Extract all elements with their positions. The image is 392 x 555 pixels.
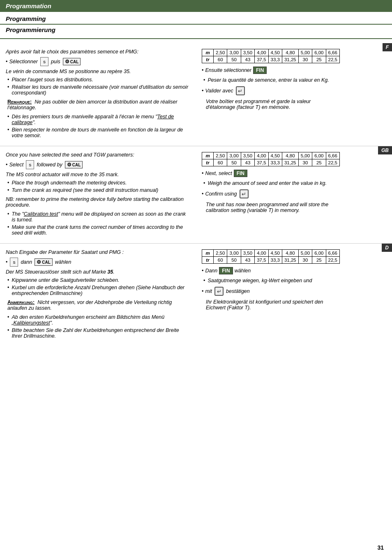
german-bullet-4: • Bitte beachten Sie die Zahl der Kurbel… — [6, 327, 190, 339]
cell-m6: 4,80 — [282, 49, 298, 56]
subtitle-programming-section: Programming — [0, 12, 392, 25]
enter-icon-de — [214, 287, 224, 296]
french-weigh: • Peser la quantité de semence, entrer l… — [202, 77, 386, 83]
french-badge: F — [383, 43, 392, 51]
cell-tr3: 43 — [241, 56, 254, 63]
french-right: m 2,50 3,00 3,50 4,00 4,50 4,80 5,00 6,0… — [196, 49, 392, 140]
cell-m3: 3,50 — [241, 49, 254, 56]
french-bullet-1: • Placer l'auget sous les distributions. — [6, 77, 190, 83]
header-bar: Programmation — [0, 0, 392, 12]
cell-tr9: 22,5 — [326, 56, 339, 63]
subtitle-programming: Programming — [6, 15, 46, 22]
bullet-dot: • — [6, 59, 7, 64]
selector-icon-fr: S — [40, 57, 48, 66]
fin-button-de[interactable]: FIN — [219, 267, 233, 274]
cell-m8: 6,00 — [312, 49, 326, 56]
gear-icon-en: ⚙ — [67, 162, 71, 168]
cell-m9: 6,66 — [326, 49, 339, 56]
label-tr-fr: tr — [202, 56, 214, 63]
french-votre-boitier: Votre boîtier est programmé et garde la … — [202, 99, 386, 110]
selector-icon-en: S — [26, 160, 34, 169]
german-bestaetigen: bestätigen — [226, 288, 250, 294]
main-title: Programmation — [6, 2, 51, 9]
english-followed: followed by — [37, 162, 62, 168]
table-row-m-en: m 2,50 3,00 3,50 4,00 4,50 4,80 5,00 6,0… — [202, 152, 340, 159]
table-row-m-de: m 2,50 3,00 3,50 4,00 4,50 4,80 5,00 6,0… — [202, 250, 340, 257]
label-tr-en: tr — [202, 159, 214, 166]
german-section: D Nach Eingabe der Parameter für Saatart… — [0, 244, 392, 346]
subtitle-programmierung: Programmierung — [6, 26, 55, 33]
german-anmerkung: Anmerkung: Nicht vergessen, vor der Abdr… — [6, 299, 190, 311]
subtitle-programmierung-section: Programmierung — [0, 25, 392, 39]
cal-icon-de: ⚙CAL — [35, 258, 53, 266]
french-move35: Le vérin de commande MS se positionne au… — [6, 69, 190, 74]
enter-icon-en — [240, 189, 249, 198]
cell-m4: 4,00 — [255, 49, 268, 56]
cal-icon-fr: ⚙CAL — [63, 58, 81, 65]
cell-m1: 2,50 — [214, 49, 227, 56]
english-move35: The MS control actuator will move to the… — [6, 172, 190, 177]
german-move35: Der MS Steuerauslöser stellt sich auf Ma… — [6, 269, 190, 275]
cell-tr6: 31,25 — [282, 56, 298, 63]
selector-icon-de: S — [10, 258, 18, 267]
enter-icon-fr — [236, 86, 245, 95]
english-select-row: • Select S followed by ⚙CAL — [6, 160, 190, 169]
english-left: Once you have selected the seed and TGW … — [0, 152, 196, 237]
param-table-de: m 2,50 3,00 3,50 4,00 4,50 4,80 5,00 6,0… — [202, 249, 340, 264]
bullet-dot2: • — [202, 67, 203, 73]
gear-icon-de: ⚙ — [37, 259, 41, 265]
cell-tr8: 25 — [312, 56, 326, 63]
german-mit: mit — [205, 288, 212, 294]
french-then-select-row: • Ensuite sélectionner FIN — [202, 67, 386, 74]
fin-button-fr[interactable]: FIN — [253, 67, 267, 74]
french-select-row: • Sélectionner S puis ⚙CAL — [6, 57, 190, 66]
label-m-en: m — [202, 152, 214, 159]
cell-tr7: 30 — [298, 56, 312, 63]
german-intro: Nach Eingabe der Parameter für Saatart u… — [6, 249, 190, 255]
english-bullet-2: • Turn the crank as required (see the se… — [6, 187, 190, 193]
cell-m5: 4,50 — [268, 49, 282, 56]
english-bullet-3: • The "Calibration test" menu will be di… — [6, 211, 190, 223]
french-remark: Remarque: Ne pas oublier de bien amorcer… — [6, 99, 190, 111]
bullet-dot-en: • — [6, 162, 7, 168]
english-weigh: • Weigh the amount of seed and enter the… — [202, 180, 386, 186]
english-right: m 2,50 3,00 3,50 4,00 4,50 4,80 5,00 6,0… — [196, 152, 392, 237]
german-badge: D — [382, 244, 392, 252]
remark-label-fr: Remarque: — [7, 99, 32, 105]
german-bullet-2: • Kurbel um die erforderliche Anzahl Dre… — [6, 285, 190, 296]
german-waehlen: wählen — [55, 259, 71, 265]
german-dann: dann — [21, 259, 32, 265]
french-puis: puis — [51, 59, 60, 64]
french-section: F Après avoir fait le choix des paramètr… — [0, 43, 392, 146]
german-left: Nach Eingabe der Parameter für Saatart u… — [0, 249, 196, 341]
french-intro: Après avoir fait le choix des paramètres… — [6, 49, 190, 55]
table-row-tr-fr: tr 60 50 43 37,5 33,3 31,25 30 25 22,5 — [202, 56, 340, 63]
german-dann-fin-row: • Dann FIN wählen — [202, 267, 386, 274]
french-select-label: Sélectionner — [9, 59, 38, 64]
english-next: Next, select — [205, 170, 232, 176]
french-validate-row: • Valider avec — [202, 86, 386, 95]
french-ensuite: Ensuite sélectionner — [205, 67, 251, 73]
english-bullet-4: • Make sure that the crank turns the cor… — [6, 224, 190, 236]
english-intro: Once you have selected the seed and TGW … — [6, 152, 190, 158]
cell-tr4: 37,5 — [255, 56, 268, 63]
remark-text-fr: Ne pas oublier de bien amorcer la distri… — [7, 99, 178, 111]
bullet-dot-en3: • — [202, 191, 203, 197]
french-valider: Valider avec — [205, 88, 233, 94]
param-table-en: m 2,50 3,00 3,50 4,00 4,50 4,80 5,00 6,0… — [202, 152, 340, 166]
english-confirm-row: • Confirm using — [202, 189, 386, 198]
german-saatgut: • Saatgutmenge wiegen, kg-Wert eingeben … — [202, 278, 386, 283]
english-next-select-row: • Next, select FIN — [202, 170, 386, 177]
german-bullet-3: • Ab den ersten Kurbeldrehungen erschein… — [6, 314, 190, 326]
fin-button-en[interactable]: FIN — [234, 170, 247, 177]
label-m-de: m — [202, 250, 214, 257]
german-mit-row: • mit bestätigen — [202, 287, 386, 296]
english-confirm: Confirm using — [205, 191, 237, 197]
cal-icon-en: ⚙CAL — [65, 161, 83, 168]
label-tr-de: tr — [202, 257, 214, 264]
cell-m2: 3,00 — [227, 49, 241, 56]
english-nb: NB: remember to prime the metering devic… — [6, 196, 190, 208]
label-m-fr: m — [202, 49, 214, 56]
cell-tr2: 50 — [227, 56, 241, 63]
german-ihr-elektronik: Ihr Elektronikgerät ist konfiguriert und… — [202, 299, 386, 311]
